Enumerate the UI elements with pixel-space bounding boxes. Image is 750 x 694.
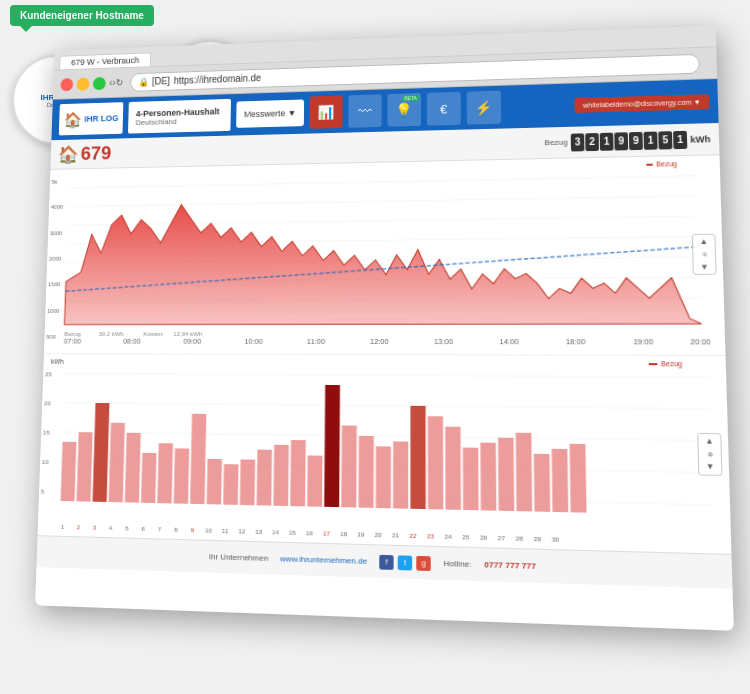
svg-rect-50 [324, 385, 340, 507]
selector-area[interactable]: 4-Personen-Haushalt Deutschland [128, 99, 231, 134]
bezug-display: Bezug 3 2 1 9 9 1 5 1 kWh [544, 130, 710, 152]
svg-line-25 [62, 403, 710, 409]
svg-rect-45 [240, 459, 255, 505]
digit-9a: 9 [614, 132, 628, 150]
svg-text:11: 11 [222, 528, 230, 534]
svg-text:13: 13 [255, 529, 263, 535]
bezug-label: Bezug [544, 138, 567, 147]
twitter-icon[interactable]: t [398, 555, 412, 570]
min-btn[interactable] [77, 77, 90, 90]
refresh-btn[interactable]: ↻ [115, 77, 123, 87]
legend-dot [647, 163, 653, 165]
svg-text:20:00: 20:00 [690, 338, 710, 345]
svg-line-2 [68, 216, 699, 225]
max-btn[interactable] [93, 77, 106, 90]
svg-text:9: 9 [191, 527, 195, 533]
nav-down-icon[interactable]: ▼ [700, 262, 709, 271]
svg-text:26: 26 [480, 535, 488, 541]
svg-text:16: 16 [306, 530, 314, 536]
svg-text:10:00: 10:00 [245, 338, 263, 345]
euro-icon-btn[interactable]: € [427, 92, 461, 126]
svg-rect-37 [109, 423, 125, 503]
bar-chart-icon: 📊 [318, 104, 335, 120]
chart-legend-main: Bezug [646, 160, 677, 168]
svg-text:13:00: 13:00 [434, 338, 453, 345]
svg-rect-61 [516, 433, 532, 512]
svg-rect-42 [190, 414, 206, 504]
bottom-legend-label: Bezug [661, 360, 683, 367]
svg-text:2: 2 [77, 524, 81, 530]
legend-label: Bezug [656, 160, 677, 167]
svg-text:28: 28 [516, 535, 524, 541]
main-chart-area: Bezug 5k40003000200015001000500 [44, 155, 726, 356]
user-email-button[interactable]: whitelabeldemo@discovergy.com ▼ [575, 94, 710, 113]
logo-house-icon: 🏠 [63, 110, 82, 128]
browser-wrapper: 679 W - Verbrauch ‹ › ↻ 🔒 [DE] https://i… [30, 30, 720, 660]
svg-text:17: 17 [323, 531, 331, 537]
svg-text:5: 5 [41, 489, 45, 495]
url-text: https://ihredomain.de [174, 73, 262, 86]
svg-rect-34 [61, 442, 77, 502]
svg-rect-35 [77, 432, 93, 501]
svg-rect-41 [174, 448, 190, 503]
messwerte-button[interactable]: Messwerte ▼ [236, 99, 304, 127]
chart-nav-main[interactable]: ▲ ⊕ ▼ [692, 234, 717, 275]
bar-chart-icon-btn[interactable]: 📊 [309, 95, 342, 128]
sub-number: 679 [80, 142, 111, 164]
svg-text:7: 7 [158, 526, 162, 532]
digit-5: 5 [658, 131, 672, 149]
nav-up-bottom-icon[interactable]: ▲ [705, 436, 714, 446]
svg-text:18:00: 18:00 [566, 338, 586, 345]
nav-down-bottom-icon[interactable]: ▼ [706, 462, 715, 472]
svg-text:12: 12 [238, 528, 246, 534]
wave-icon-btn[interactable]: 〰 [348, 94, 381, 127]
svg-text:27: 27 [498, 535, 506, 541]
bezug-digits: 3 2 1 9 9 1 5 1 [571, 130, 688, 151]
svg-rect-59 [480, 443, 496, 511]
beta-badge: BETA [402, 95, 418, 101]
plug-icon-btn[interactable]: ⚡ [467, 91, 501, 125]
svg-text:29: 29 [534, 536, 542, 543]
svg-rect-39 [141, 453, 156, 503]
svg-text:8: 8 [174, 527, 178, 533]
svg-rect-60 [498, 438, 514, 511]
svg-text:Bezug: Bezug [64, 331, 81, 337]
svg-text:09:00: 09:00 [183, 338, 201, 345]
svg-text:22: 22 [409, 533, 417, 539]
sub-house-icon: 🏠 [58, 144, 79, 165]
wave-icon: 〰 [358, 103, 372, 119]
footer-company-url[interactable]: www.ihrunternehmen.de [280, 554, 367, 566]
svg-text:12,94 kWh: 12,94 kWh [173, 331, 202, 337]
svg-rect-40 [157, 443, 173, 503]
svg-text:1: 1 [61, 524, 65, 530]
svg-text:5: 5 [125, 526, 129, 532]
close-btn[interactable] [60, 78, 73, 91]
svg-text:24: 24 [444, 534, 452, 540]
main-chart-svg: 07:00 08:00 09:00 10:00 11:00 12:00 13:0… [44, 155, 726, 355]
footer-hotline-number: 0777 777 777 [484, 560, 536, 571]
nav-up-icon[interactable]: ▲ [699, 237, 708, 246]
svg-text:25: 25 [462, 534, 470, 540]
gplus-icon[interactable]: g [416, 555, 431, 570]
svg-text:23: 23 [427, 533, 435, 539]
svg-text:19: 19 [357, 531, 365, 537]
svg-text:21: 21 [392, 532, 400, 538]
svg-text:10: 10 [42, 459, 49, 465]
bulb-icon-btn[interactable]: 💡 BETA [387, 93, 421, 127]
svg-rect-58 [463, 448, 479, 511]
lock-icon: 🔒 [138, 77, 148, 87]
svg-text:11:00: 11:00 [307, 338, 325, 345]
svg-text:12:00: 12:00 [370, 338, 389, 345]
svg-text:14: 14 [272, 529, 280, 535]
chart-nav-bottom[interactable]: ▲ ⊕ ▼ [697, 432, 722, 475]
bottom-chart-svg: 25 20 15 10 5 [38, 354, 732, 554]
svg-text:6: 6 [141, 526, 145, 532]
svg-text:30: 30 [552, 536, 560, 543]
facebook-icon[interactable]: f [379, 554, 393, 569]
bezug-unit: kWh [690, 134, 711, 145]
svg-rect-63 [552, 449, 569, 512]
footer-social: f t g [379, 554, 431, 570]
svg-rect-62 [534, 454, 550, 512]
svg-line-1 [68, 196, 698, 207]
svg-text:07:00: 07:00 [64, 338, 81, 345]
